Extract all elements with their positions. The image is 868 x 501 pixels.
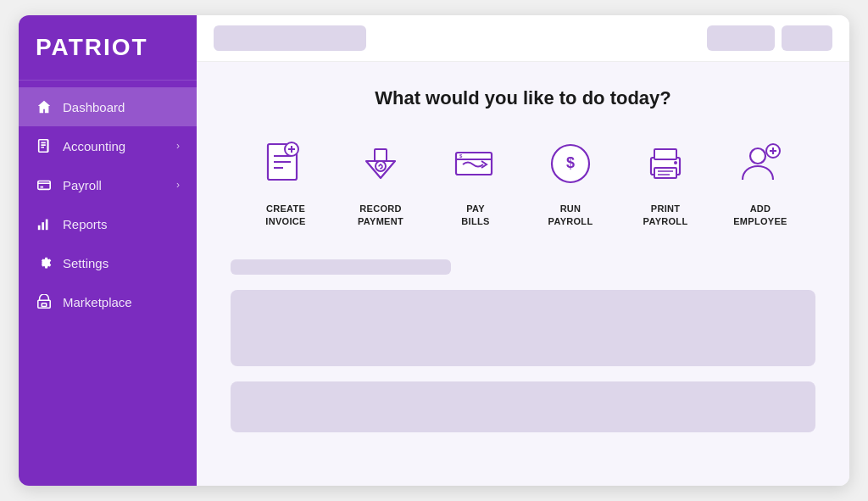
marketplace-label: Marketplace (63, 295, 132, 309)
book-icon (36, 137, 53, 154)
sidebar-logo: PATRIOT (19, 15, 197, 81)
add-employee-icon (730, 133, 791, 194)
svg-point-27 (674, 161, 677, 164)
app-container: PATRIOT Dashboard (19, 15, 849, 486)
dashboard-label: Dashboard (63, 100, 125, 114)
main-content: What would you like to do today? (197, 15, 849, 486)
svg-point-16 (376, 161, 386, 171)
sidebar-item-settings[interactable]: Settings (19, 243, 197, 282)
chart-icon (36, 215, 53, 232)
svg-rect-1 (38, 181, 50, 190)
settings-label: Settings (63, 256, 108, 270)
add-employee-action[interactable]: ADDEMPLOYEE (730, 133, 791, 229)
svg-rect-0 (39, 140, 48, 152)
page-title: What would you like to do today? (231, 87, 815, 109)
print-payroll-icon (635, 133, 696, 194)
pay-bills-label: PAYBILLS (461, 203, 489, 229)
svg-text:$: $ (566, 154, 575, 171)
run-payroll-icon: $ (540, 133, 601, 194)
content-area: What would you like to do today? (197, 62, 849, 486)
add-employee-label: ADDEMPLOYEE (733, 203, 787, 229)
payroll-chevron-icon: › (176, 179, 180, 191)
skeleton-bar-1 (231, 259, 451, 275)
svg-rect-26 (654, 168, 676, 178)
svg-rect-6 (42, 303, 46, 307)
action-icons-row: CREATEINVOICE RECORDPAYM (231, 133, 815, 229)
sidebar-item-payroll[interactable]: Payroll › (19, 165, 197, 204)
reports-label: Reports (63, 217, 108, 231)
sidebar-item-dashboard[interactable]: Dashboard (19, 87, 197, 126)
svg-rect-25 (654, 149, 676, 159)
sidebar: PATRIOT Dashboard (19, 15, 197, 486)
create-invoice-action[interactable]: CREATEINVOICE (255, 133, 316, 229)
sidebar-item-reports[interactable]: Reports (19, 204, 197, 243)
card-icon (36, 176, 53, 193)
pay-bills-action[interactable]: $ PAYBILLS (445, 133, 506, 229)
svg-point-30 (750, 148, 765, 164)
app-title: PATRIOT (36, 34, 148, 60)
run-payroll-action[interactable]: $ RUNPAYROLL (540, 133, 601, 229)
create-invoice-label: CREATEINVOICE (265, 203, 305, 229)
create-invoice-icon (255, 133, 316, 194)
search-bar-skeleton (214, 25, 366, 51)
gear-icon (36, 254, 53, 271)
run-payroll-label: RUNPAYROLL (548, 203, 593, 229)
topbar-button-1 (707, 25, 775, 51)
home-icon (36, 98, 53, 115)
skeleton-block-2 (231, 381, 815, 432)
top-bar (197, 15, 849, 62)
svg-rect-2 (38, 225, 41, 230)
sidebar-item-marketplace[interactable]: Marketplace (19, 282, 197, 321)
svg-rect-15 (375, 149, 387, 161)
sidebar-item-accounting[interactable]: Accounting › (19, 126, 197, 165)
svg-rect-3 (42, 222, 44, 230)
svg-rect-4 (46, 220, 48, 231)
accounting-chevron-icon: › (176, 140, 180, 152)
print-payroll-label: PRINTPAYROLL (643, 203, 688, 229)
record-payment-action[interactable]: RECORDPAYMENT (350, 133, 411, 229)
skeleton-block-1 (231, 290, 815, 366)
sidebar-navigation: Dashboard Accounting › (19, 81, 197, 321)
store-icon (36, 293, 53, 310)
payroll-label: Payroll (63, 178, 102, 192)
pay-bills-icon: $ (445, 133, 506, 194)
print-payroll-action[interactable]: PRINTPAYROLL (635, 133, 696, 229)
topbar-button-2 (782, 25, 832, 51)
accounting-label: Accounting (63, 139, 125, 153)
record-payment-icon (350, 133, 411, 194)
record-payment-label: RECORDPAYMENT (358, 203, 403, 229)
